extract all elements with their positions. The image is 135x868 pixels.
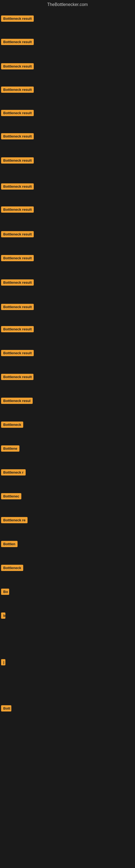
bottleneck-item[interactable]: Bottleneck result bbox=[1, 326, 34, 333]
bottleneck-badge: Bottleneck resul bbox=[1, 398, 33, 404]
bottleneck-item[interactable]: Bottleneck r bbox=[1, 469, 26, 476]
bottleneck-item[interactable]: Bo bbox=[1, 589, 9, 596]
bottleneck-item[interactable]: Bottleneck result bbox=[1, 350, 34, 357]
bottleneck-badge: Bottleneck result bbox=[1, 63, 34, 69]
bottleneck-item[interactable]: Bottlenec bbox=[1, 493, 21, 500]
bottleneck-badge: Bottleneck result bbox=[1, 157, 34, 163]
bottleneck-item[interactable]: Bottleneck result bbox=[1, 374, 34, 381]
bottleneck-item[interactable]: Bottleneck result bbox=[1, 255, 34, 262]
bottleneck-item[interactable]: Bottleneck resul bbox=[1, 398, 33, 405]
bottleneck-item[interactable]: Bottleneck result bbox=[1, 183, 34, 191]
bottleneck-badge: Bottlen bbox=[1, 541, 17, 547]
bottleneck-item[interactable]: b bbox=[1, 613, 5, 620]
bottleneck-badge: Bottleneck re bbox=[1, 517, 28, 523]
bottleneck-item[interactable]: Bottleneck result bbox=[1, 63, 34, 70]
bottleneck-badge: Bottlenec bbox=[1, 493, 21, 499]
site-title: TheBottlenecker.com bbox=[0, 0, 135, 9]
bottleneck-item[interactable]: Bottleneck result bbox=[1, 110, 34, 117]
bottleneck-item[interactable]: Bottleneck result bbox=[1, 16, 34, 23]
bottleneck-badge: | bbox=[1, 659, 5, 665]
bottleneck-badge: Bottleneck result bbox=[1, 110, 34, 116]
bottleneck-badge: Bottleneck result bbox=[1, 374, 34, 380]
bottleneck-badge: Bottleneck result bbox=[1, 207, 34, 213]
bottleneck-item[interactable]: Bottleneck re bbox=[1, 517, 28, 524]
bottleneck-item[interactable]: Bottleneck result bbox=[1, 207, 34, 214]
bottleneck-item[interactable]: Bottleneck result bbox=[1, 231, 34, 239]
bottleneck-badge: Bottleneck result bbox=[1, 231, 34, 237]
bottleneck-badge: Bottleneck r bbox=[1, 469, 26, 475]
bottleneck-item[interactable]: Bottleneck bbox=[1, 565, 23, 572]
bottleneck-badge: Bott bbox=[1, 705, 11, 712]
bottleneck-badge: Bottleneck result bbox=[1, 183, 34, 190]
bottleneck-item[interactable]: Bottlene bbox=[1, 445, 19, 453]
bottleneck-badge: Bottleneck result bbox=[1, 87, 34, 93]
bottleneck-item[interactable]: Bottleneck result bbox=[1, 39, 34, 46]
bottleneck-item[interactable]: | bbox=[1, 659, 5, 666]
bottleneck-item[interactable]: Bott bbox=[1, 705, 11, 713]
bottleneck-item[interactable]: Bottleneck result bbox=[1, 133, 34, 141]
bottleneck-badge: Bottleneck bbox=[1, 565, 23, 571]
bottleneck-badge: Bottleneck result bbox=[1, 255, 34, 261]
bottleneck-badge: Bottleneck result bbox=[1, 133, 34, 140]
bottleneck-badge: Bottleneck bbox=[1, 422, 23, 428]
bottleneck-item[interactable]: Bottleneck result bbox=[1, 87, 34, 94]
bottleneck-badge: Bottleneck result bbox=[1, 39, 34, 45]
bottleneck-badge: Bottleneck result bbox=[1, 326, 34, 332]
bottleneck-badge: Bottleneck result bbox=[1, 16, 34, 22]
bottleneck-badge: Bottleneck result bbox=[1, 304, 34, 310]
bottleneck-badge: b bbox=[1, 613, 5, 619]
bottleneck-badge: Bottlene bbox=[1, 445, 19, 452]
bottleneck-badge: Bottleneck result bbox=[1, 279, 34, 286]
bottleneck-item[interactable]: Bottleneck result bbox=[1, 157, 34, 165]
bottleneck-badge: Bo bbox=[1, 589, 9, 595]
bottleneck-item[interactable]: Bottleneck result bbox=[1, 279, 34, 287]
bottleneck-badge: Bottleneck result bbox=[1, 350, 34, 356]
bottleneck-item[interactable]: Bottleneck bbox=[1, 422, 23, 429]
bottleneck-item[interactable]: Bottlen bbox=[1, 541, 17, 548]
bottleneck-item[interactable]: Bottleneck result bbox=[1, 304, 34, 311]
